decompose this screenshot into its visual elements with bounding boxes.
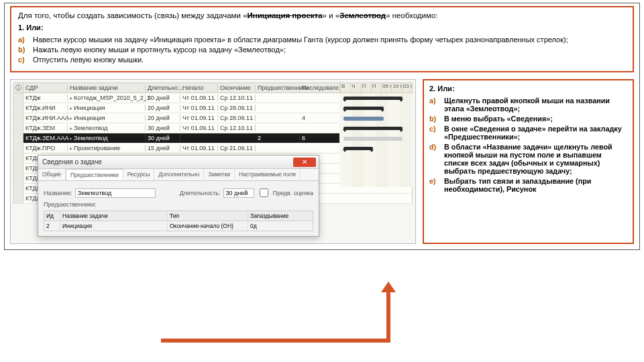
r-step-b: В меню выбрать «Сведения»; [444,115,627,123]
r-step-a: Щелкнуть правой кнопкой мыши на названии… [444,97,627,113]
step-b: b) Нажать левую кнопку мыши и протянуть … [18,46,626,54]
tab-general[interactable]: Общие [38,169,66,180]
tab-resources[interactable]: Ресурсы [123,169,155,180]
mr-name[interactable]: Инициация [60,221,168,231]
gantt-bar-selected[interactable] [343,137,402,141]
tab-custom-fields[interactable]: Настраиваемые поля [235,169,301,180]
label-estimate: Предв. оценка [273,190,314,196]
gantt-bar[interactable] [343,97,402,100]
timeline-cell: 05 Сен '11 [381,83,391,93]
instructions-box-2: 2. Или: a)Щелкнуть правой кнопкой мыши н… [423,79,634,244]
predecessors-table[interactable]: Ид Название задачи Тип Запаздывание 2 Ин… [44,210,313,231]
mr-id[interactable]: 2 [44,221,60,231]
tab-predecessors[interactable]: Предшественники [66,169,123,180]
gantt-bar[interactable] [343,127,402,130]
dialog-tabs: Общие Предшественники Ресурсы Дополнител… [38,169,319,181]
app-screenshot: ⓘ СДР Название задачи Длительно… Начало … [10,79,416,244]
task-info-dialog: Сведения о задаче ✕ Общие Предшественник… [38,155,319,237]
mh-id[interactable]: Ид [44,211,60,221]
mr-lag[interactable]: 0д [248,221,313,231]
instructions-box-1: Для того, чтобы создать зависимость (свя… [10,6,634,72]
task-name-field[interactable] [75,188,156,198]
arrow-connector [161,339,389,343]
gantt-bar[interactable] [343,117,384,121]
close-button[interactable]: ✕ [293,158,316,167]
timeline-cell: Ч [350,83,360,93]
heading-2: 2. Или: [429,84,627,93]
col-start[interactable]: Начало [180,84,218,91]
page-frame: Для того, чтобы создать зависимость (свя… [4,3,640,250]
gantt-area[interactable] [339,93,413,187]
dialog-title: Сведения о задаче [42,158,102,166]
timeline-cell: П [361,83,371,93]
duration-field[interactable] [223,188,254,198]
col-succ[interactable]: Последовате [300,84,336,91]
step-a: a) Навести курсор мышки на задачу «Иници… [18,36,626,44]
label-predecessors: Предшественники: [44,201,97,208]
task1: Инициация проекта [248,11,323,19]
r-step-c: В окне «Сведения о задаче» перейти на за… [444,125,627,141]
col-info[interactable]: ⓘ [14,84,23,93]
timeline-cell: В [340,83,350,93]
col-name[interactable]: Название задачи [68,84,146,91]
mh-type[interactable]: Тип [168,211,248,221]
step-c: c) Отпустить левую кнопку мышки. [18,56,626,64]
tab-notes[interactable]: Заметки [204,169,235,180]
tab-advanced[interactable]: Дополнительно [154,169,204,180]
gantt-bar[interactable] [343,107,384,110]
timeline-cell: 19 Сен '11 [391,83,401,93]
estimate-checkbox[interactable] [260,188,268,197]
mh-lag[interactable]: Запаздывание [248,211,313,221]
mh-name[interactable]: Название задачи [60,211,168,221]
label-name: Название: [44,190,72,196]
timeline-header: ВЧПП05 Сен '1119 Сен '1103 Окт '11 [339,82,413,93]
r-step-e: Выбрать тип связи и запаздывание (при не… [444,177,627,193]
arrow-head-icon [381,282,396,292]
col-dur[interactable]: Длительно… [146,84,180,91]
col-pred[interactable]: Предшественники [256,84,300,91]
timeline-cell: П [371,83,381,93]
dialog-titlebar[interactable]: Сведения о задаче ✕ [38,156,319,169]
col-finish[interactable]: Окончание [218,84,256,91]
timeline-cell: 03 Окт '11 [402,83,412,93]
intro-text: Для того, чтобы создать зависимость (свя… [18,11,248,19]
r-step-d: В области «Название задачи» щелкнуть лев… [444,143,627,175]
heading-1: 1. Или: [18,23,626,32]
task2: Землеотвод [339,11,386,19]
gantt-bar[interactable] [343,147,373,150]
intro-line: Для того, чтобы создать зависимость (свя… [18,11,626,19]
arrow-connector [386,290,390,343]
col-wbs[interactable]: СДР [23,84,68,91]
label-duration: Длительность: [180,190,221,196]
mr-type[interactable]: Окончание-начало (ОН) [168,221,248,231]
